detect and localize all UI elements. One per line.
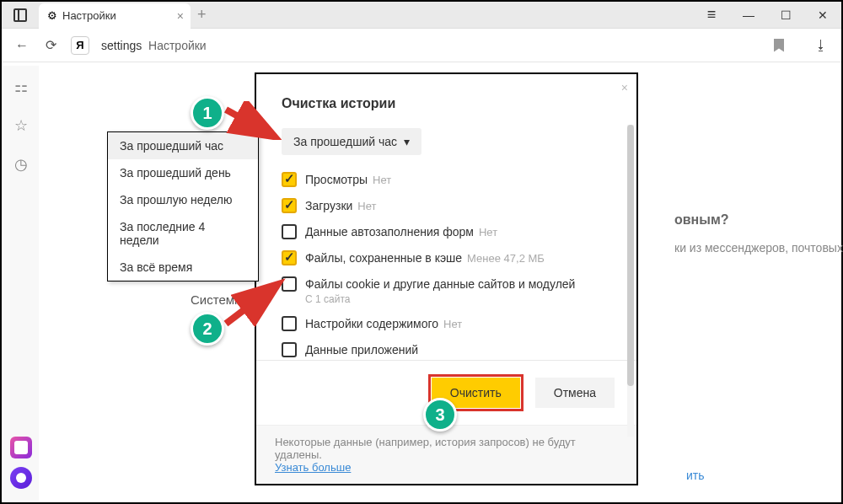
check-views[interactable]: ПросмотрыНет [282, 172, 611, 188]
titlebar: ⚙ Настройки × + ≡ — ☐ ✕ [2, 2, 841, 29]
tab-title: Настройки [62, 9, 116, 22]
annotation-badge-2: 2 [191, 312, 224, 346]
check-autofill[interactable]: Данные автозаполнения формНет [282, 224, 611, 240]
apps-icon[interactable]: ⚏ [14, 78, 28, 96]
downloads-button[interactable]: ⭳ [813, 38, 830, 53]
dialog-close-icon[interactable]: × [621, 81, 628, 94]
address-bar: ← ⟳ Я settings Настройки ⭳ [2, 29, 841, 62]
dialog-footer: Некоторые данные (например, история запр… [256, 425, 636, 484]
bg-heading: овным? [674, 212, 729, 228]
url-text[interactable]: settings Настройки [101, 39, 207, 52]
bg-link[interactable]: ить [686, 469, 705, 482]
app-shortcut-2[interactable] [10, 467, 32, 489]
annotation-badge-3: 3 [423, 398, 457, 432]
check-cache[interactable]: Файлы, сохраненные в кэшеМенее 47,2 МБ [282, 250, 611, 266]
check-content-settings[interactable]: Настройки содержимогоНет [282, 316, 611, 332]
dialog-title: Очистка истории [282, 96, 611, 111]
annotation-arrow-2 [223, 278, 287, 329]
back-button[interactable]: ← [13, 38, 30, 53]
check-app-data[interactable]: Данные приложений2 приложения (Opera sto… [282, 342, 611, 360]
dd-item[interactable]: За прошедший день [108, 159, 258, 186]
dd-item[interactable]: За всё время [108, 254, 258, 281]
favorites-icon[interactable]: ☆ [14, 116, 28, 135]
menu-button[interactable]: ≡ [693, 2, 730, 29]
sidebar-toggle[interactable] [2, 8, 39, 22]
learn-more-link[interactable]: Узнать больше [275, 461, 351, 474]
dd-item[interactable]: За прошлую неделю [108, 186, 258, 213]
app-shortcut-1[interactable] [10, 437, 32, 458]
minimize-button[interactable]: — [730, 2, 767, 29]
check-downloads[interactable]: ЗагрузкиНет [282, 198, 611, 214]
svg-line-1 [226, 287, 275, 324]
close-icon[interactable]: × [177, 9, 184, 23]
annotation-arrow-1 [223, 101, 282, 140]
cancel-button[interactable]: Отмена [535, 378, 615, 408]
yandex-icon: Я [71, 36, 89, 55]
bg-line: ки из мессенджеров, почтовых клие [674, 241, 843, 255]
browser-window: ⚙ Настройки × + ≡ — ☐ ✕ ← ⟳ Я settings Н… [0, 0, 843, 504]
dialog-scrollbar[interactable] [627, 125, 634, 437]
gear-icon: ⚙ [47, 9, 57, 22]
check-cookies[interactable]: Файлы cookie и другие данные сайтов и мо… [282, 276, 611, 307]
chevron-down-icon: ▾ [404, 135, 410, 148]
dd-item[interactable]: За последние 4 недели [108, 213, 258, 254]
checkbox-list: ПросмотрыНет ЗагрузкиНет Данные автозапо… [282, 172, 611, 360]
new-tab-button[interactable]: + [197, 6, 207, 24]
reload-button[interactable]: ⟳ [42, 37, 59, 53]
close-window-button[interactable]: ✕ [804, 2, 841, 29]
annotation-badge-1: 1 [191, 96, 224, 130]
period-dropdown-menu: За прошедший час За прошедший день За пр… [107, 131, 259, 281]
svg-line-0 [226, 110, 271, 135]
browser-tab[interactable]: ⚙ Настройки × [39, 3, 191, 29]
period-dropdown[interactable]: За прошедший час ▾ [282, 128, 422, 155]
history-icon[interactable]: ◷ [14, 155, 28, 174]
side-panel: ⚏ ☆ ◷ [3, 66, 39, 501]
maximize-button[interactable]: ☐ [767, 2, 804, 29]
bookmark-icon[interactable] [774, 39, 784, 52]
